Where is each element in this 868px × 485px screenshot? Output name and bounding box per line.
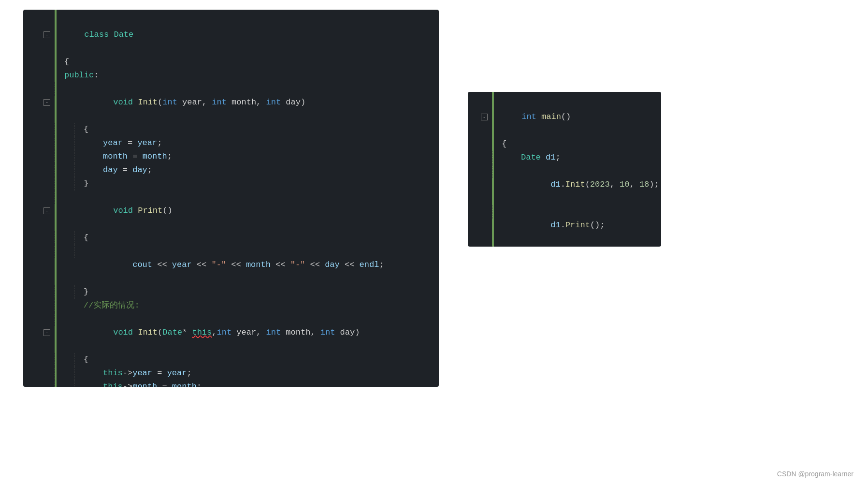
code-line-init-this-decl: - void Init(Date* this,int year, int mon… [23, 312, 439, 353]
code-line-init-decl: - void Init(int year, int month, int day… [23, 82, 439, 123]
fold-class[interactable]: - [43, 31, 50, 38]
r-code-line-d1-print: d1.Print(); [468, 205, 661, 246]
fold-main[interactable]: - [481, 114, 488, 120]
code-line-this-year: this->year = year; [23, 367, 439, 380]
right-code-panel: - int main() { Date d1; d1.Init(2023, 10… [468, 92, 661, 247]
code-line-open4: { [23, 231, 439, 245]
code-line-close4: } [23, 285, 439, 299]
code-line-day-assign: day = day; [23, 163, 439, 177]
fold-print1[interactable]: - [43, 207, 50, 214]
code-line-print-decl: - void Print() [23, 191, 439, 231]
r-code-line-d1-init: d1.Init(2023, 10, 18); [468, 164, 661, 205]
r-code-line-open1: { [468, 137, 661, 151]
code-line-open5: { [23, 353, 439, 367]
code-line-open2: { [23, 123, 439, 136]
code-line-class: - class Date [23, 15, 439, 55]
r-code-line-empty1 [468, 246, 661, 247]
fold-init1[interactable]: - [43, 99, 50, 106]
code-line-close3: } [23, 177, 439, 191]
code-line-comment1: //实际的情况: [23, 299, 439, 312]
fold-init2[interactable]: - [43, 329, 50, 336]
r-code-line-main: - int main() [468, 97, 661, 137]
r-code-line-date-d1: Date d1; [468, 151, 661, 164]
left-code-panel: - class Date { public: - void Init(int y… [23, 10, 439, 387]
code-line-year-assign: year = year; [23, 136, 439, 150]
code-line-public: public: [23, 69, 439, 82]
code-line-this-month: this->month = month; [23, 380, 439, 387]
watermark: CSDN @program-learner [777, 470, 854, 478]
code-line-month-assign: month = month; [23, 150, 439, 163]
code-line-open-brace1: { [23, 55, 439, 69]
code-line-cout1: cout << year << "-" << month << "-" << d… [23, 245, 439, 285]
